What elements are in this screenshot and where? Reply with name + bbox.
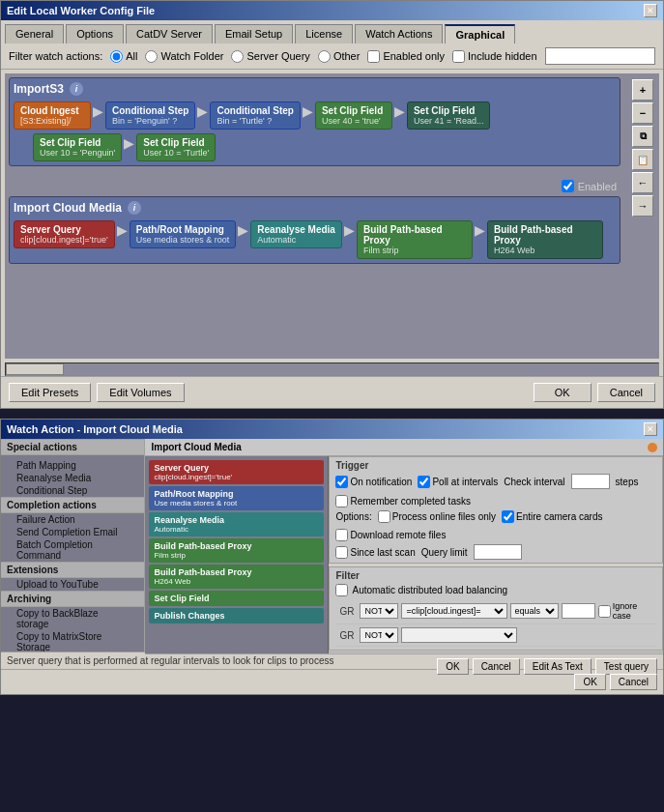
filter-other[interactable]: Other: [318, 50, 361, 63]
paste-button[interactable]: 📋: [632, 149, 653, 170]
entire-camera-cards[interactable]: Entire camera cards: [502, 510, 602, 523]
flow-node-path-mapping[interactable]: Path/Root Mapping Use media stores & roo…: [149, 486, 324, 510]
tab-options[interactable]: Options: [66, 24, 124, 44]
horizontal-scrollbar[interactable]: [5, 362, 659, 376]
action-path-mapping[interactable]: Path Mapping: [5, 459, 140, 472]
action-copy-backblaze[interactable]: Copy to BackBlaze storage: [5, 607, 140, 630]
action-reanalyse-media[interactable]: Reanalyse Media: [5, 472, 140, 484]
cancel-button[interactable]: Cancel: [597, 383, 655, 402]
tab-email-setup[interactable]: Email Setup: [215, 24, 293, 44]
arrow-3: ▶: [303, 102, 313, 119]
action-conditional-step[interactable]: Conditional Step: [5, 484, 140, 497]
node-set-clip-1[interactable]: Set Clip Field User 40 = 'true': [315, 102, 392, 130]
node-set-clip-3[interactable]: Set Clip Field User 10 = 'Penguin': [33, 133, 122, 161]
bw2-ok-button[interactable]: OK: [574, 674, 605, 690]
tab-graphical[interactable]: Graphical: [445, 24, 515, 44]
node-conditional-1[interactable]: Conditional Step Bin = 'Penguin' ?: [105, 102, 195, 130]
filter-all[interactable]: All: [110, 50, 137, 63]
bottom-close-button[interactable]: ✕: [644, 422, 657, 436]
tab-watch-actions[interactable]: Watch Actions: [355, 24, 443, 44]
edit-volumes-button[interactable]: Edit Volumes: [97, 383, 184, 402]
bw-edit-as-text-button[interactable]: Edit As Text: [524, 658, 592, 675]
gr1-not-select[interactable]: NOT: [360, 603, 398, 619]
filter-include-hidden[interactable]: Include hidden: [452, 50, 537, 63]
gr1-value-input[interactable]: true: [562, 603, 595, 619]
remove-button[interactable]: −: [632, 102, 653, 124]
gr1-op-select[interactable]: equals: [510, 603, 559, 619]
node-server-query[interactable]: Server Query clip[cloud.ingest]='true': [14, 220, 115, 248]
filter-row: Filter watch actions: All Watch Folder S…: [1, 44, 663, 70]
right-button[interactable]: →: [632, 195, 653, 217]
trigger-poll-intervals[interactable]: Poll at intervals: [418, 476, 498, 488]
check-interval-input[interactable]: 1000: [571, 474, 610, 489]
node-set-clip-2[interactable]: Set Clip Field User 41 = 'Read...: [407, 102, 491, 130]
import-cloud-info-icon[interactable]: i: [128, 201, 141, 215]
flow-node-proxy-film[interactable]: Build Path-based Proxy Film strip: [149, 538, 324, 563]
left-button[interactable]: ←: [632, 172, 653, 193]
main-canvas: + − ⧉ 📋 ← → ImportS3 i Cloud Ingest [S3:…: [5, 73, 659, 359]
flow-node-set-clip[interactable]: Set Clip Field: [149, 591, 324, 606]
flow-nodes-panel: Server Query clip[cloud.ingest]='true' P…: [145, 456, 329, 653]
gr1-ignore-case[interactable]: Ignore case: [598, 601, 652, 621]
node-set-clip-4[interactable]: Set Clip Field User 10 = 'Turtle': [136, 133, 216, 161]
gr2-field-select[interactable]: [401, 627, 517, 643]
gr1-label: GR: [339, 606, 357, 617]
add-button[interactable]: +: [632, 79, 653, 101]
bottom-left-buttons: Edit Presets Edit Volumes: [9, 383, 185, 402]
download-remote-files[interactable]: Download remote files: [335, 529, 446, 541]
filter-search-input[interactable]: [545, 47, 655, 65]
since-last-scan[interactable]: Since last scan: [335, 546, 415, 559]
bottom-window: Watch Action - Import Cloud Media ✕ Spec…: [0, 419, 664, 695]
ok-button[interactable]: OK: [534, 383, 592, 402]
distrib-checkbox[interactable]: [335, 584, 348, 596]
bw-ok-button[interactable]: OK: [437, 658, 468, 675]
bw-test-query-button[interactable]: Test query: [595, 658, 657, 675]
flow-node-reanalyse[interactable]: Reanalyse Media Automatic: [149, 512, 324, 536]
import-cloud-title: Import Cloud Media: [14, 201, 122, 215]
tab-general[interactable]: General: [5, 24, 64, 44]
arrow-2: ▶: [197, 102, 208, 119]
node-path-mapping[interactable]: Path/Root Mapping Use media stores & roo…: [130, 220, 237, 248]
filter-label: Filter watch actions:: [9, 50, 102, 62]
top-close-button[interactable]: ✕: [644, 4, 657, 17]
remember-completed[interactable]: Remember completed tasks: [335, 495, 471, 508]
import-group-s3: ImportS3 i Cloud Ingest [S3:Existing]/ ▶…: [9, 77, 621, 166]
action-copy-matrixstore[interactable]: Copy to MatrixStore Storage: [5, 630, 140, 652]
trigger-section-label: Trigger: [335, 460, 656, 471]
query-limit-input[interactable]: [474, 544, 522, 560]
tab-catdv-server[interactable]: CatDV Server: [126, 24, 213, 44]
flow-node-proxy-h264[interactable]: Build Path-based Proxy H264 Web: [149, 565, 324, 589]
node-cloud-ingest[interactable]: Cloud Ingest [S3:Existing]/: [14, 102, 91, 130]
tab-license[interactable]: License: [295, 24, 353, 44]
copy-button[interactable]: ⧉: [632, 126, 653, 147]
action-youtube[interactable]: Upload to YouTube: [5, 578, 140, 591]
process-online-only[interactable]: Process online files only: [378, 510, 496, 523]
bw-cancel-button[interactable]: Cancel: [473, 658, 520, 675]
gr1-field-select[interactable]: =clip[cloud.ingest]=: [401, 603, 506, 619]
filter-watch-folder[interactable]: Watch Folder: [145, 50, 223, 63]
scrollbar-thumb[interactable]: [6, 363, 64, 375]
trigger-on-notification[interactable]: On notification: [335, 476, 412, 488]
trigger-row-2: Options: Process online files only Entir…: [335, 510, 656, 541]
top-window-title: Edit Local Worker Config File: [7, 5, 155, 16]
filter-server-query[interactable]: Server Query: [231, 50, 309, 63]
node-proxy-film[interactable]: Build Path-based Proxy Film strip: [357, 220, 473, 259]
edit-presets-button[interactable]: Edit Presets: [9, 383, 91, 402]
filter-enabled-only[interactable]: Enabled only: [367, 50, 445, 63]
node-conditional-2[interactable]: Conditional Step Bin = 'Turtle' ?: [210, 102, 300, 130]
action-batch-completion[interactable]: Batch Completion Command: [5, 538, 140, 562]
action-failure[interactable]: Failure Action: [5, 513, 140, 526]
config-panel: Trigger On notification Poll at interval…: [329, 456, 663, 653]
gr2-not-select[interactable]: NOT: [360, 627, 398, 643]
import-s3-info-icon[interactable]: i: [70, 82, 83, 96]
enabled-checkbox[interactable]: [562, 180, 574, 192]
node-proxy-h264[interactable]: Build Path-based Proxy H264 Web: [487, 220, 603, 259]
left-action-panel: Special actions Path Mapping Reanalyse M…: [1, 439, 145, 652]
trigger-row-3: Since last scan Query limit: [335, 544, 656, 560]
flow-node-server-query[interactable]: Server Query clip[cloud.ingest]='true': [149, 460, 324, 484]
action-send-completion[interactable]: Send Completion Email: [5, 526, 140, 538]
node-reanalyse[interactable]: Reanalyse Media Automatic: [250, 220, 342, 248]
bw2-cancel-button[interactable]: Cancel: [610, 674, 657, 690]
distrib-label: Automatic distributed load balancing: [352, 585, 507, 595]
flow-node-publish[interactable]: Publish Changes: [149, 608, 324, 624]
